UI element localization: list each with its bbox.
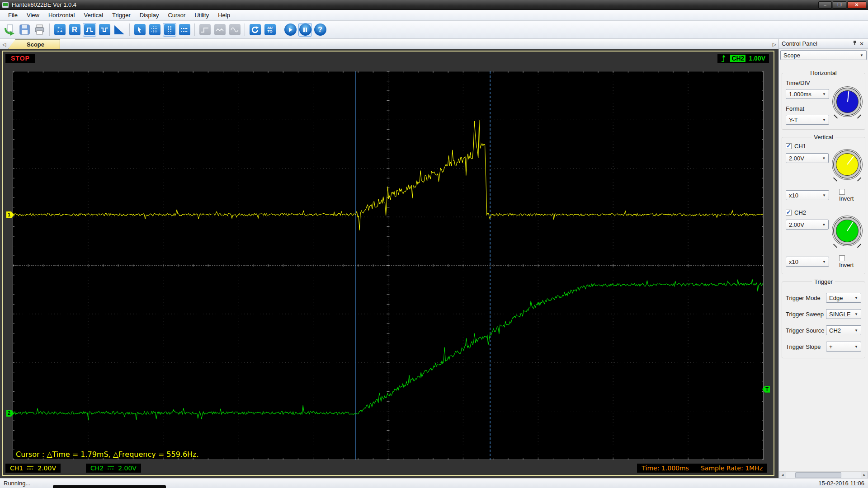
- trigger-sweep-label: Trigger Sweep: [786, 311, 824, 318]
- ch2-scale-select[interactable]: 2.00V ▼: [786, 220, 829, 230]
- chevron-down-icon: ▼: [854, 345, 858, 349]
- ch2-probe-value: x10: [789, 258, 822, 265]
- pause-button[interactable]: [298, 23, 312, 37]
- save-button[interactable]: [18, 23, 31, 37]
- vertical-group-label: Vertical: [811, 134, 835, 141]
- sine-signal-icon: [229, 24, 241, 35]
- status-bar: Running... 15-02-2016 11:06: [0, 478, 868, 488]
- toolbar: + -× ÷ R: [0, 21, 868, 39]
- menu-view[interactable]: View: [22, 11, 44, 19]
- menu-cursor[interactable]: Cursor: [163, 11, 190, 19]
- scroll-right-button[interactable]: ►: [861, 472, 868, 479]
- ch1-invert-checkbox[interactable]: [839, 189, 845, 195]
- pin-icon[interactable]: [851, 40, 858, 47]
- vertical-cursors-icon: [164, 24, 175, 35]
- trigger-sweep-select[interactable]: SINGLE ▼: [826, 309, 861, 319]
- ch2-probe-select[interactable]: x10 ▼: [786, 257, 829, 267]
- time-div-select[interactable]: 1.000ms ▼: [786, 89, 829, 99]
- cross-cursor-button[interactable]: [148, 23, 161, 37]
- menu-bar: File View Horizontal Vertical Trigger Di…: [0, 10, 868, 21]
- format-select[interactable]: Y-T ▼: [786, 115, 829, 125]
- scope-canvas[interactable]: 1 2 T Cursor : △Time = 1.79mS, △Frequenc…: [13, 71, 764, 460]
- ramp-button[interactable]: [113, 23, 126, 37]
- taskbar-peek: [53, 485, 166, 488]
- menu-vertical[interactable]: Vertical: [79, 11, 108, 19]
- menu-horizontal[interactable]: Horizontal: [44, 11, 80, 19]
- minimize-button[interactable]: –: [818, 1, 832, 9]
- square-wave2-icon: [99, 24, 110, 35]
- ch1-scale-select[interactable]: 2.00V ▼: [786, 153, 829, 163]
- trigger-mode-select[interactable]: Edge ▼: [826, 293, 861, 303]
- chevron-down-icon: ▼: [822, 156, 826, 160]
- math-button[interactable]: + -× ÷: [53, 23, 66, 37]
- horizontal-cursors-button[interactable]: [178, 23, 191, 37]
- help-button[interactable]: ?: [313, 23, 327, 37]
- print-icon: [34, 24, 45, 35]
- ch1-position-knob[interactable]: [833, 150, 861, 178]
- ch1-scale-value: 2.00V: [38, 465, 56, 472]
- ch2-invert-checkbox[interactable]: [839, 255, 845, 261]
- ch1-enable-checkbox[interactable]: [786, 143, 792, 149]
- tab-scope[interactable]: Scope: [8, 39, 60, 49]
- scroll-left-button[interactable]: ◄: [779, 472, 786, 479]
- ch1-label: CH1: [10, 465, 23, 472]
- ch2-enable-checkbox[interactable]: [786, 210, 792, 216]
- tab-scroll-left[interactable]: ◁: [0, 40, 8, 49]
- close-button[interactable]: ✕: [847, 1, 866, 9]
- open-button[interactable]: [3, 23, 16, 37]
- auto-set-button[interactable]: AUTO: [263, 23, 277, 37]
- chevron-down-icon: ▼: [822, 92, 826, 96]
- chevron-down-icon: ▼: [822, 223, 826, 227]
- ch2-checkbox-label: CH2: [794, 209, 806, 216]
- toolbar-separator: [49, 23, 50, 36]
- pointer-icon: [134, 24, 146, 35]
- menu-help[interactable]: Help: [213, 11, 235, 19]
- menu-display[interactable]: Display: [135, 11, 164, 19]
- ch1-scale-value: 2.00V: [789, 155, 822, 162]
- trigger-slope-select[interactable]: + ▼: [826, 342, 861, 352]
- panel-mode-select[interactable]: Scope ▼: [780, 50, 867, 60]
- refresh-button[interactable]: [248, 23, 262, 37]
- trigger-source-select[interactable]: CH2 ▼: [826, 325, 861, 335]
- menu-utility[interactable]: Utility: [190, 11, 213, 19]
- toolbar-separator: [129, 23, 130, 36]
- math-icon: + -× ÷: [54, 24, 66, 35]
- print-button[interactable]: [33, 23, 46, 37]
- pointer-cursor-button[interactable]: [133, 23, 146, 37]
- format-value: Y-T: [789, 117, 822, 123]
- scrollbar-thumb[interactable]: [795, 472, 841, 478]
- trigger-group: Trigger Trigger Mode Edge ▼ Trigger Swee…: [782, 282, 865, 358]
- menu-trigger[interactable]: Trigger: [108, 11, 135, 19]
- play-icon: [284, 23, 297, 36]
- ch1-probe-select[interactable]: x10 ▼: [786, 190, 829, 200]
- start-button[interactable]: [283, 23, 297, 37]
- step-signal-button[interactable]: [198, 23, 212, 37]
- timebase-knob[interactable]: [834, 88, 861, 116]
- dc-coupling-icon: [27, 466, 34, 470]
- close-panel-icon[interactable]: ✕: [858, 41, 865, 47]
- maximize-button[interactable]: ❐: [833, 1, 846, 9]
- trigger-channel-badge: CH2: [730, 55, 745, 62]
- horizontal-group-label: Horizontal: [808, 70, 839, 76]
- scope-canvas-wrap: 1 2 T Cursor : △Time = 1.79mS, △Frequenc…: [3, 65, 774, 463]
- scope-widget: STOP CH2 1.00V 1: [2, 51, 774, 476]
- tab-scroll-right[interactable]: ▷: [770, 40, 778, 49]
- wave-signal-button[interactable]: [213, 23, 226, 37]
- cross-cursor-icon: [149, 24, 160, 35]
- scope-waveform-svg: [13, 71, 763, 460]
- wave-signal-icon: [214, 24, 226, 35]
- ch2-position-knob[interactable]: [833, 217, 861, 245]
- chevron-down-icon: ▼: [854, 312, 858, 316]
- control-panel: Control Panel ✕ Scope ▼ Horizontal Time/…: [778, 39, 868, 478]
- vertical-cursors-button[interactable]: [163, 23, 176, 37]
- trigger-mode-label: Trigger Mode: [786, 295, 821, 301]
- ch2-waveform-button[interactable]: [98, 23, 111, 37]
- scrollbar-track[interactable]: [786, 472, 861, 479]
- ch1-waveform-button[interactable]: [83, 23, 96, 37]
- menu-file[interactable]: File: [4, 11, 22, 19]
- cursor-measurement-readout: Cursor : △Time = 1.79mS, △Frequency = 55…: [16, 450, 199, 459]
- sine-signal-button[interactable]: [228, 23, 241, 37]
- reference-button[interactable]: R: [68, 23, 81, 37]
- trigger-level-marker[interactable]: T: [762, 386, 770, 393]
- ch1-probe-value: x10: [789, 192, 822, 199]
